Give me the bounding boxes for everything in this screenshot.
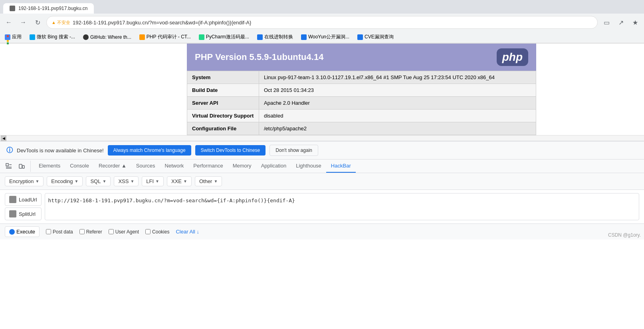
scroll-left-arrow[interactable]: ◀ [1,136,6,141]
table-row: System Linux pvp-917-team-1 3.10.0-1127.… [187,71,536,84]
device-toolbar-button[interactable] [16,161,27,172]
hackbar-content: LoadUrl SplitUrl [0,190,644,223]
dont-show-again-button[interactable]: Don't show again [269,145,318,156]
referer-checkbox-label[interactable]: Referer [79,229,102,235]
dropdown-arrow-other: ▼ [214,179,218,183]
svg-rect-4 [19,164,22,168]
main-content: PHP Version 5.5.9-1ubuntu4.14 php System… [0,44,644,239]
php-header: PHP Version 5.5.9-1ubuntu4.14 php [187,44,536,71]
load-url-icon [9,196,16,203]
load-url-button[interactable]: LoadUrl [5,193,42,206]
tab-hackbar[interactable]: HackBar [326,160,356,173]
back-button[interactable]: ← [3,17,14,28]
bookmark-cve-label: CVE漏洞查询 [365,34,394,40]
tab-bar: 192-168-1-191.pvp917.bugku.cn [0,0,644,14]
tab-console[interactable]: Console [65,160,94,173]
xss-dropdown[interactable]: XSS ▼ [114,176,139,186]
bookmark-wooyun[interactable]: WooYun公开漏洞... [299,33,351,41]
table-row: Server API Apache 2.0 Handler [187,97,536,110]
encoding-dropdown[interactable]: Encoding ▼ [47,176,83,186]
bookmark-pycharm[interactable]: PyCharm激活码最... [197,33,251,41]
cast-button[interactable]: ▭ [601,17,612,28]
switch-to-chinese-button[interactable]: Switch DevTools to Chinese [195,145,266,156]
tab-memory[interactable]: Memory [228,160,256,173]
sql-dropdown[interactable]: SQL ▼ [86,176,111,186]
table-cell-value: /etc/php5/apache2 [259,122,536,135]
info-icon: ⓘ [6,146,13,155]
tab-performance[interactable]: Performance [188,160,228,173]
always-match-button[interactable]: Always match Chrome's language [108,145,191,156]
bookmark-button[interactable]: ★ [630,17,641,28]
bookmark-php-label: PHP 代码审计 - CT... [147,34,191,40]
forward-button[interactable]: → [18,17,29,28]
bookmark-php[interactable]: PHP 代码审计 - CT... [138,33,192,41]
tab-application[interactable]: Application [256,160,291,173]
dropdown-arrow-encoding: ▼ [75,179,79,183]
tab-sources[interactable]: Sources [131,160,160,173]
tab-elements[interactable]: Elements [34,160,65,173]
svg-rect-5 [22,165,24,168]
bookmark-bing[interactable]: 微软 Bing 搜索 -... [28,33,77,41]
tab-network[interactable]: Network [160,160,189,173]
url-display: 192-168-1-191.pvp917.bugku.cn/?m=vod-sea… [73,20,251,26]
other-dropdown[interactable]: Other ▼ [195,176,222,186]
execute-button[interactable]: Execute [5,226,40,237]
notification-text: DevTools is now available in Chinese! [17,148,104,154]
inspect-element-button[interactable] [3,161,14,172]
url-input[interactable] [45,193,639,220]
tab-favicon [10,6,15,11]
devtools-panel: ⓘ DevTools is now available in Chinese! … [0,141,644,239]
split-url-button[interactable]: SplitUrl [5,207,42,220]
bookmark-cve[interactable]: CVE漏洞查询 [356,33,395,41]
bookmark-hex[interactable]: 在线进制转换 [256,33,295,41]
bookmark-apps-label: 应用 [12,34,22,40]
share-button[interactable]: ↗ [615,17,626,28]
bookmark-bing-label: 微软 Bing 搜索 -... [37,34,75,40]
phpinfo-table: System Linux pvp-917-team-1 3.10.0-1127.… [187,71,536,135]
nav-bar: ← → ↻ ▲ 不安全 192-168-1-191.pvp917.bugku.c… [0,14,644,31]
tab-recorder[interactable]: Recorder ▲ [94,160,131,173]
post-data-checkbox-label[interactable]: Post data [46,229,73,235]
xxe-dropdown[interactable]: XXE ▼ [167,176,192,186]
table-cell-value: Oct 28 2015 01:34:23 [259,84,536,97]
address-bar[interactable]: ▲ 不安全 192-168-1-191.pvp917.bugku.cn/?m=v… [46,16,598,29]
dropdown-arrow-encryption: ▼ [35,179,39,183]
split-url-icon [9,210,16,217]
bookmark-pycharm-label: PyCharm激活码最... [206,34,249,40]
post-data-checkbox[interactable] [46,229,51,234]
table-row: Virtual Directory Support disabled [187,110,536,122]
hackbar-bottom-bar: Execute Post data Referer User Agent Coo… [0,223,644,239]
clear-all-button[interactable]: Clear All ↓ [176,229,199,235]
cookies-checkbox-label[interactable]: Cookies [145,229,169,235]
table-row: Configuration File /etc/php5/apache2 [187,122,536,135]
hackbar-side-buttons: LoadUrl SplitUrl [5,193,42,220]
cookies-checkbox[interactable] [145,229,151,234]
tab-lighthouse[interactable]: Lighthouse [291,160,326,173]
bookmark-github[interactable]: GitHub: Where th... [81,34,133,41]
active-tab[interactable]: 192-168-1-191.pvp917.bugku.cn [3,3,94,14]
reload-button[interactable]: ↻ [32,17,43,28]
table-cell-label: System [187,71,259,84]
table-cell-value: Linux pvp-917-team-1 3.10.0-1127.19.1.el… [259,71,536,84]
user-agent-checkbox-label[interactable]: User Agent [109,229,139,235]
page-content: PHP Version 5.5.9-1ubuntu4.14 php System… [0,44,644,135]
horizontal-scrollbar[interactable]: ◀ [0,135,644,141]
svg-rect-0 [6,164,8,166]
bookmark-apps[interactable]: 应用 [3,33,23,41]
table-row: Build Date Oct 28 2015 01:34:23 [187,84,536,97]
dropdown-arrow-lfi: ▼ [155,179,159,183]
encryption-dropdown[interactable]: Encryption ▼ [5,176,44,186]
table-cell-label: Virtual Directory Support [187,110,259,122]
hackbar-toolbar: Encryption ▼ Encoding ▼ SQL ▼ XSS ▼ LFI [0,173,644,190]
user-agent-checkbox[interactable] [109,229,114,234]
execute-icon [9,229,15,235]
referer-checkbox[interactable] [79,229,85,234]
bookmarks-bar: 应用 微软 Bing 搜索 -... GitHub: Where th... P… [0,31,644,43]
bookmark-hex-label: 在线进制转换 [264,34,293,40]
table-cell-label: Server API [187,97,259,110]
lfi-dropdown[interactable]: LFI ▼ [142,176,164,186]
devtools-tools [3,161,31,172]
table-cell-value: disabled [259,110,536,122]
table-cell-label: Build Date [187,84,259,97]
devtools-tab-list: Elements Console Recorder ▲ Sources Netw… [34,160,356,173]
